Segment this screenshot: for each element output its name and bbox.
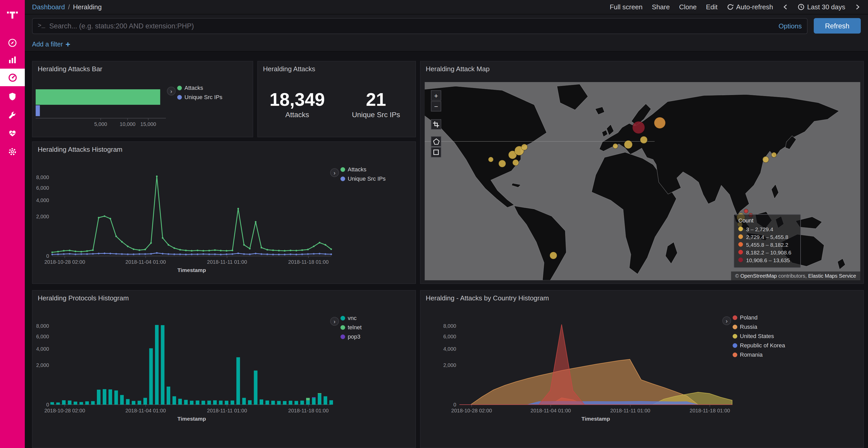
svg-text:0: 0: [46, 402, 49, 408]
svg-text:2,000: 2,000: [36, 214, 49, 219]
time-back-button[interactable]: [782, 4, 789, 10]
time-forward-button[interactable]: [855, 4, 861, 10]
panel-title: Heralding Attacks Bar: [38, 65, 102, 73]
legend-row: 3 – 2,729.4: [738, 225, 796, 233]
svg-text:0: 0: [454, 402, 456, 408]
main-area: Dashboard / Heralding Full screen Share …: [25, 0, 868, 448]
legend-row: 2,729.4 – 5,455.8: [738, 233, 796, 241]
legend-item-united-states[interactable]: United States: [733, 333, 774, 339]
legend-item-poland[interactable]: Poland: [733, 314, 758, 320]
svg-text:10,000: 10,000: [120, 121, 135, 127]
sidebar-item-visualize[interactable]: [0, 51, 25, 69]
svg-text:Timestamp: Timestamp: [178, 267, 206, 273]
svg-text:6,000: 6,000: [443, 334, 456, 339]
svg-text:4,000: 4,000: [36, 198, 49, 203]
legend-row: 10,908.6 – 13,635: [738, 256, 796, 264]
rectangle-tool-button[interactable]: [431, 147, 441, 158]
sidebar-item-dashboard-active[interactable]: [0, 69, 25, 86]
metric-value: 21: [337, 89, 415, 110]
zoom-out-button[interactable]: −: [431, 101, 441, 111]
legend-toggle[interactable]: ›: [330, 168, 339, 177]
sidebar-item-discover[interactable]: [0, 34, 25, 51]
options-link[interactable]: Options: [779, 22, 802, 30]
legend-item-telnet[interactable]: telnet: [340, 324, 362, 330]
svg-text:Timestamp: Timestamp: [178, 416, 206, 422]
telekom-logo: [0, 4, 25, 23]
legend-item-unique-src-ips[interactable]: Unique Src IPs: [177, 94, 222, 100]
svg-text:2018-11-04 01:00: 2018-11-04 01:00: [126, 259, 166, 265]
sidebar-item-monitoring[interactable]: [0, 125, 25, 142]
legend-toggle[interactable]: ›: [330, 317, 339, 326]
sidebar-item-devtools[interactable]: [0, 107, 25, 125]
legend-item-russia[interactable]: Russia: [733, 323, 757, 330]
legend-dot: [340, 167, 345, 172]
full-screen-button[interactable]: Full screen: [610, 3, 643, 11]
crop-tool-button[interactable]: [431, 119, 441, 130]
panel-title: Heralding Attacks: [263, 65, 315, 73]
legend-item-attacks[interactable]: Attacks: [340, 166, 366, 172]
legend-dot: [177, 85, 182, 90]
svg-text:2,000: 2,000: [443, 362, 456, 368]
top-nav: Dashboard / Heralding Full screen Share …: [25, 0, 868, 14]
panel-attacks-by-country-histogram: Heralding - Attacks by Country Histogram…: [420, 290, 864, 448]
svg-text:6,000: 6,000: [36, 334, 49, 339]
svg-text:2018-11-11 01:00: 2018-11-11 01:00: [207, 259, 247, 265]
time-range-picker[interactable]: Last 30 days: [798, 3, 845, 11]
legend-item-republic-of-korea[interactable]: Republic of Korea: [733, 342, 785, 348]
gear-icon: [8, 147, 17, 157]
chevron-right-icon: [855, 4, 861, 10]
legend-title: Count: [738, 217, 796, 223]
svg-text:8,000: 8,000: [36, 174, 49, 180]
panel-title: Heralding Attack Map: [426, 65, 490, 73]
legend-dot: [738, 242, 743, 247]
svg-text:2018-11-18 01:00: 2018-11-18 01:00: [690, 408, 730, 413]
chevron-right-icon: ›: [334, 170, 335, 176]
dashboard-grid: Heralding Attacks Bar 5,00010,00015,000 …: [25, 51, 868, 448]
legend-dot: [340, 176, 345, 181]
add-filter-link[interactable]: Add a filter: [32, 40, 63, 48]
legend-dot: [738, 227, 743, 231]
legend-toggle[interactable]: ›: [167, 87, 176, 96]
crop-icon: [433, 121, 439, 128]
legend-item-attacks[interactable]: Attacks: [177, 84, 203, 91]
metric-label: Attacks: [258, 110, 337, 119]
search-input[interactable]: [49, 22, 774, 30]
openstreetmap-link[interactable]: OpenStreetMap: [740, 273, 777, 279]
edit-button[interactable]: Edit: [706, 3, 718, 11]
chevron-left-icon: [782, 4, 789, 10]
elastic-maps-link[interactable]: Elastic Maps Service: [808, 273, 856, 279]
svg-text:4,000: 4,000: [36, 346, 49, 352]
legend-item-romania[interactable]: Romania: [733, 351, 763, 358]
query-bar: >_ Options Refresh: [25, 14, 868, 37]
panel-title: Heralding Attacks Histogram: [38, 145, 122, 153]
svg-text:4,000: 4,000: [443, 346, 456, 352]
refresh-cycle-icon: [727, 4, 734, 10]
metric-wrap: 18,349 Attacks 21 Unique Src IPs: [258, 77, 415, 119]
clone-button[interactable]: Clone: [679, 3, 697, 11]
zoom-in-button[interactable]: +: [431, 90, 441, 101]
refresh-button[interactable]: Refresh: [813, 18, 861, 34]
legend-toggle[interactable]: ›: [722, 316, 731, 325]
sidebar-item-management[interactable]: [0, 143, 25, 161]
legend-dot: [738, 250, 743, 254]
panel-heralding-attacks-bar: Heralding Attacks Bar 5,00010,00015,000 …: [32, 61, 253, 137]
terminal-prompt-icon: >_: [38, 22, 45, 29]
panel-title: Heralding Protocols Histogram: [38, 294, 129, 302]
legend-item-vnc[interactable]: vnc: [340, 315, 356, 321]
auto-refresh-button[interactable]: Auto-refresh: [727, 3, 773, 11]
legend-item-pop3[interactable]: pop3: [340, 334, 361, 340]
svg-text:0: 0: [46, 253, 49, 259]
breadcrumb-dashboard[interactable]: Dashboard: [32, 3, 65, 11]
top-menu: Full screen Share Clone Edit Auto-refres…: [610, 3, 861, 11]
attack-map[interactable]: + −: [425, 82, 860, 280]
svg-text:5,000: 5,000: [94, 121, 107, 127]
sidebar-item-security[interactable]: [0, 88, 25, 105]
metric-attacks: 18,349 Attacks: [258, 89, 337, 119]
protocols-bar-chart: 02,0004,0006,0008,0002018-10-28 02:00201…: [33, 290, 416, 448]
share-button[interactable]: Share: [652, 3, 670, 11]
legend-row: 8,182.2 – 10,908.6: [738, 248, 796, 256]
rectangle-icon: [433, 149, 439, 156]
legend-item-unique-src-ips[interactable]: Unique Src IPs: [340, 175, 386, 182]
polygon-tool-button[interactable]: [431, 136, 441, 146]
search-input-wrap: >_ Options: [32, 18, 807, 34]
